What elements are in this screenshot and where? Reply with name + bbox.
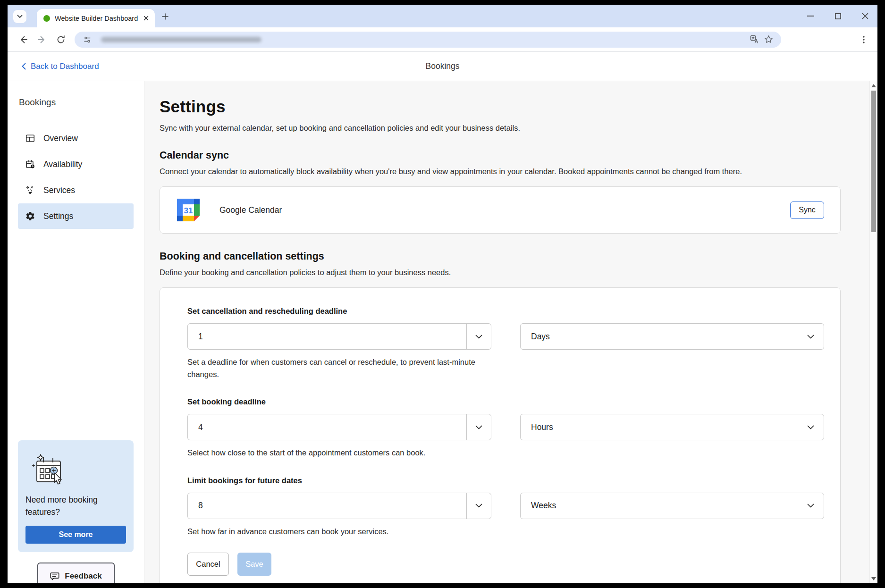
select-value: Weeks — [521, 501, 556, 511]
booking-deadline-value-select[interactable]: 4 — [187, 414, 491, 440]
see-more-button[interactable]: See more — [25, 526, 126, 544]
chevron-down-icon — [807, 425, 824, 429]
sidebar: Bookings Overview Availability — [8, 81, 144, 583]
back-to-dashboard-link[interactable]: Back to Dashboard — [22, 62, 99, 71]
new-tab-button[interactable] — [159, 10, 172, 23]
google-calendar-card: 31 Google Calendar Sync — [160, 186, 841, 234]
tab-close-icon[interactable] — [142, 14, 150, 23]
page-title: Bookings — [8, 61, 877, 71]
tab-search-button[interactable] — [13, 10, 26, 23]
sidebar-item-overview[interactable]: Overview — [18, 126, 134, 151]
blurred-url-text — [101, 37, 261, 42]
cancellation-deadline-group: Set cancellation and rescheduling deadli… — [187, 307, 824, 380]
forward-navigation-icon[interactable] — [34, 32, 50, 48]
main-content: Settings Sync with your external calenda… — [144, 81, 869, 583]
sidebar-item-label: Availability — [43, 160, 82, 169]
chevron-down-icon — [466, 324, 491, 349]
sync-button[interactable]: Sync — [790, 202, 824, 219]
save-button[interactable]: Save — [237, 553, 271, 576]
cancel-button[interactable]: Cancel — [187, 553, 229, 576]
translate-icon[interactable] — [747, 33, 761, 47]
window-close-button[interactable] — [861, 12, 869, 20]
cancellation-deadline-value-select[interactable]: 1 — [187, 323, 491, 350]
future-dates-unit-select[interactable]: Weeks — [520, 493, 824, 519]
scrollbar-up-arrow-icon[interactable] — [871, 84, 876, 87]
feedback-button[interactable]: Feedback — [37, 563, 115, 583]
sidebar-item-availability[interactable]: Availability — [18, 151, 134, 177]
sidebar-title: Bookings — [19, 97, 134, 108]
app-header: Back to Dashboard Bookings — [8, 52, 877, 81]
booking-settings-card: Set cancellation and rescheduling deadli… — [160, 287, 841, 583]
chevron-down-icon — [807, 335, 824, 339]
booking-deadline-unit-select[interactable]: Hours — [520, 414, 824, 440]
sidebar-item-label: Overview — [43, 134, 78, 143]
future-dates-limit-group: Limit bookings for future dates 8 Weeks — [187, 476, 824, 538]
select-value: Hours — [521, 422, 553, 432]
window-minimize-button[interactable] — [807, 12, 814, 20]
sidebar-item-label: Services — [43, 185, 75, 195]
site-settings-icon[interactable] — [80, 33, 94, 47]
select-value: Days — [521, 332, 550, 342]
booking-settings-description: Define your booking and cancellation pol… — [160, 268, 841, 277]
feedback-bubble-icon — [50, 571, 60, 581]
chevron-down-icon — [807, 504, 824, 508]
sidebar-item-services[interactable]: Services — [18, 177, 134, 203]
settings-subtitle: Sync with your external calendar, set up… — [160, 124, 841, 133]
booking-deadline-group: Set booking deadline 4 Hours — [187, 397, 824, 459]
scrollbar-thumb[interactable] — [871, 91, 876, 232]
svg-text:31: 31 — [184, 206, 193, 215]
field-helper-text: Set a deadline for when customers can ca… — [187, 356, 494, 380]
calendar-sync-heading: Calendar sync — [160, 150, 841, 161]
browser-menu-icon[interactable] — [857, 33, 871, 47]
sidebar-item-settings[interactable]: Settings — [18, 203, 134, 229]
calendar-promo-illustration-icon — [26, 451, 126, 487]
chevron-left-icon — [22, 63, 26, 70]
google-calendar-icon: 31 — [177, 199, 200, 221]
overview-icon — [25, 133, 36, 144]
future-dates-value-select[interactable]: 8 — [187, 493, 491, 519]
settings-icon — [25, 210, 36, 222]
provider-name: Google Calendar — [219, 205, 282, 215]
services-icon — [25, 185, 36, 196]
field-label: Set cancellation and rescheduling deadli… — [187, 307, 824, 316]
field-label: Limit bookings for future dates — [187, 476, 824, 485]
availability-icon — [25, 159, 36, 170]
bookmark-star-icon[interactable] — [761, 33, 775, 47]
calendar-sync-description: Connect your calendar to automatically b… — [160, 167, 841, 176]
select-value: 1 — [188, 332, 203, 342]
back-navigation-icon[interactable] — [15, 32, 31, 48]
select-value: 8 — [188, 501, 203, 511]
feedback-label: Feedback — [65, 571, 101, 581]
booking-settings-heading: Booking and cancellation settings — [160, 251, 841, 262]
select-value: 4 — [188, 422, 203, 432]
back-link-label: Back to Dashboard — [31, 62, 99, 71]
chevron-down-icon — [466, 493, 491, 519]
tab-title: Website Builder Dashboard — [55, 15, 142, 22]
cancellation-deadline-unit-select[interactable]: Days — [520, 323, 824, 350]
window-maximize-button[interactable] — [834, 12, 842, 20]
url-bar[interactable] — [75, 32, 781, 48]
scrollbar-down-arrow-icon[interactable] — [871, 577, 876, 580]
sidebar-nav: Overview Availability Services — [18, 126, 134, 229]
field-helper-text: Select how close to the start of the app… — [187, 447, 494, 459]
sidebar-item-label: Settings — [43, 211, 73, 221]
site-favicon — [43, 15, 50, 22]
settings-title: Settings — [160, 97, 841, 116]
chevron-down-icon — [17, 15, 23, 18]
browser-window: Website Builder Dashboard — [8, 5, 877, 583]
chevron-down-icon — [466, 414, 491, 440]
field-helper-text: Set how far in advance customers can boo… — [187, 526, 494, 538]
tab-strip: Website Builder Dashboard — [8, 5, 877, 27]
promo-text: Need more booking features? — [25, 494, 126, 518]
browser-tab[interactable]: Website Builder Dashboard — [37, 9, 155, 27]
field-label: Set booking deadline — [187, 397, 824, 406]
booking-features-promo-card: Need more booking features? See more — [18, 440, 134, 552]
reload-icon[interactable] — [53, 32, 69, 48]
browser-toolbar — [8, 27, 877, 52]
page-scrollbar[interactable] — [869, 81, 877, 583]
